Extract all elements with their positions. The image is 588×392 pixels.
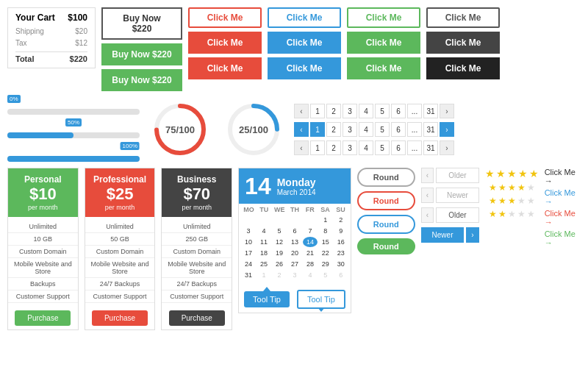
pricing-business-btn[interactable]: Purchase [169,310,225,326]
pag-next-1[interactable]: › [440,104,454,118]
round-gray-button[interactable]: Round [357,168,415,187]
tooltip-btn-2[interactable]: Tool Tip [297,290,345,309]
click-darker-button[interactable]: Click Me [426,57,500,79]
pag-prev-2[interactable]: ‹ [294,122,309,137]
cal-day-29[interactable]: 29 [318,259,333,269]
cal-day-18[interactable]: 18 [257,248,271,258]
star3-5[interactable]: ★ [527,196,535,206]
pag-next-3[interactable]: › [440,140,454,155]
click-green2-button[interactable]: Click Me [347,57,420,79]
click-dark-outline-button[interactable]: Click Me [426,7,500,28]
cal-day-4[interactable]: 4 [257,226,271,236]
newer-btn-1[interactable]: Newer [436,188,479,203]
cal-day-17[interactable]: 17 [241,248,256,258]
buy-now-outline-button[interactable]: Buy Now $220 [101,7,182,40]
click-red2-button[interactable]: Click Me [188,57,262,79]
cal-day-30[interactable]: 30 [334,259,348,269]
progress-50-track[interactable] [7,132,140,138]
click-green-outline-button[interactable]: Click Me [347,7,420,28]
star4-2[interactable]: ★ [498,209,506,219]
cal-day-22[interactable]: 22 [318,248,333,258]
cal-day-10[interactable]: 10 [241,237,256,247]
cal-day-13[interactable]: 13 [287,237,302,247]
cal-day-23[interactable]: 23 [334,248,348,258]
star-5[interactable]: ★ [529,168,539,179]
pag-2-6[interactable]: 6 [391,122,406,137]
click-green-button[interactable]: Click Me [347,32,420,54]
star3-3[interactable]: ★ [508,196,516,206]
pag-1-1[interactable]: 1 [310,104,325,118]
cal-day-6[interactable]: 6 [287,226,302,236]
pag-1-6[interactable]: 6 [391,104,406,118]
star-2[interactable]: ★ [496,168,506,179]
cal-day-21[interactable]: 21 [303,248,318,258]
pag-3-31[interactable]: 31 [423,140,438,155]
round-blue-button[interactable]: Round [357,215,415,234]
star4-4[interactable]: ★ [517,209,526,219]
star3-4[interactable]: ★ [517,196,526,206]
pag-3-4[interactable]: 4 [359,140,373,155]
link-red[interactable]: Click Me [545,209,581,227]
pag-3-3[interactable]: 3 [343,140,357,155]
pag-1-3[interactable]: 3 [343,104,357,118]
older-btn-2[interactable]: Older [436,207,479,223]
cal-day-1[interactable]: 1 [318,215,333,225]
cal-day-2[interactable]: 2 [334,215,348,225]
older-prev-1[interactable]: ‹ [421,168,434,183]
older-btn-1[interactable]: Older [436,168,479,183]
cal-day-19[interactable]: 19 [272,248,287,258]
cal-day-3[interactable]: 3 [241,226,256,236]
pag-3-2[interactable]: 2 [326,140,341,155]
cal-day-25[interactable]: 25 [257,259,271,269]
cal-day-31[interactable]: 31 [241,270,256,280]
cal-day-12[interactable]: 12 [272,237,287,247]
round-red-button[interactable]: Round [357,191,415,210]
newer-btn-2[interactable]: Newer [421,227,465,243]
pag-1-31[interactable]: 31 [423,104,438,118]
pag-2-3[interactable]: 3 [343,122,357,137]
cal-day-5[interactable]: 5 [272,226,287,236]
pag-1-2[interactable]: 2 [326,104,341,118]
star-4[interactable]: ★ [518,168,528,179]
newer-next-2[interactable]: › [466,227,478,243]
pag-2-4[interactable]: 4 [359,122,373,137]
buy-now-green2-button[interactable]: Buy Now $220 [101,69,182,91]
cal-day-16[interactable]: 16 [334,237,348,247]
pag-2-1[interactable]: 1 [310,122,325,137]
round-green-button[interactable]: Round [357,238,415,254]
cal-day-11[interactable]: 11 [257,237,271,247]
link-blue[interactable]: Click Me [545,188,581,206]
link-default[interactable]: Click Me [545,168,581,185]
star-1[interactable]: ★ [485,168,495,179]
cal-day-14[interactable]: 14 [303,237,318,247]
star2-3[interactable]: ★ [508,182,516,193]
pag-1-4[interactable]: 4 [359,104,373,118]
star3-1[interactable]: ★ [489,196,497,206]
star4-1[interactable]: ★ [489,209,497,219]
cal-day-9[interactable]: 9 [334,226,348,236]
pag-1-dots[interactable]: ... [407,104,422,118]
click-red-button[interactable]: Click Me [188,32,262,54]
click-blue2-button[interactable]: Click Me [268,57,341,79]
pag-3-6[interactable]: 6 [391,140,406,155]
cal-day-27[interactable]: 27 [287,259,302,269]
star3-2[interactable]: ★ [498,196,506,206]
pag-3-5[interactable]: 5 [375,140,390,155]
pag-3-1[interactable]: 1 [310,140,325,155]
star2-5[interactable]: ★ [527,182,535,193]
pag-2-31[interactable]: 31 [423,122,438,137]
cal-day-20[interactable]: 20 [287,248,302,258]
cal-day-24[interactable]: 24 [241,259,256,269]
pag-2-dots[interactable]: ... [407,122,422,137]
pag-2-5[interactable]: 5 [375,122,390,137]
pag-prev-1[interactable]: ‹ [294,104,309,118]
pag-3-dots[interactable]: ... [407,140,422,155]
pag-2-2[interactable]: 2 [326,122,341,137]
cal-day-7[interactable]: 7 [303,226,318,236]
pricing-personal-btn[interactable]: Purchase [15,310,71,326]
click-blue-button[interactable]: Click Me [268,32,341,54]
star4-5[interactable]: ★ [527,209,535,219]
star2-1[interactable]: ★ [489,182,497,193]
cal-day-8[interactable]: 8 [318,226,333,236]
link-green[interactable]: Click Me [545,229,581,247]
